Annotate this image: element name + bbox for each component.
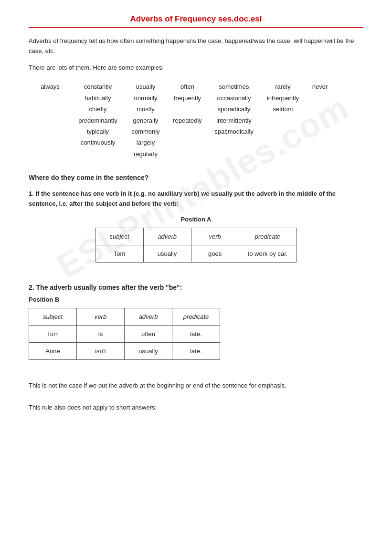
table-row: Tom is often late. (29, 325, 220, 342)
adverb-occasionally: occasionally (217, 93, 251, 104)
section-question: Where do they come in the sentence? (29, 174, 363, 181)
position-a-label: Position A (29, 216, 363, 223)
adverb-mostly: mostly (137, 104, 155, 115)
cell-predicate-work: to work by car. (239, 245, 297, 262)
cell-adverb-usually: usually (143, 245, 191, 262)
adverb-intermittently: intermittently (216, 115, 252, 126)
table-b-header-predicate: predicate (172, 308, 220, 325)
table-a-header-predicate: predicate (239, 228, 297, 245)
cell-verb-goes: goes (191, 245, 239, 262)
cell-b-adverb-usually: usually (125, 342, 172, 359)
adverb-repeatedly: repeatedly (173, 115, 202, 126)
cell-subject-tom: Tom (95, 245, 143, 262)
position-a-table: subject adverb verb predicate Tom usuall… (95, 228, 297, 263)
footer-text-1: This is not the case if we put the adver… (29, 381, 363, 391)
footer-text-2: This rule also does not apply to short a… (29, 403, 363, 413)
table-b-header-subject: subject (29, 308, 77, 325)
adverbs-section: always constantly habitually chiefly pre… (29, 81, 363, 159)
adverb-blank (187, 104, 189, 115)
rule2-text: 2. The adverb usually comes after the ve… (29, 284, 363, 291)
adverb-regularly: regularly (134, 148, 158, 159)
adverb-continuously: continuously (81, 137, 115, 148)
table-row: Tom usually goes to work by car. (95, 245, 297, 262)
table-a-header-subject: subject (95, 228, 143, 245)
adverb-constantly: constantly (84, 81, 112, 92)
cell-b-subject-tom: Tom (29, 325, 77, 342)
adverb-col-2: constantly habitually chiefly predominan… (72, 81, 124, 148)
adverb-typically: typically (87, 126, 109, 137)
adverb-never: never (312, 81, 328, 92)
adverb-largely: largely (137, 137, 155, 148)
intro-text: Adverbs of frequency tell us how often s… (29, 36, 363, 56)
adverb-col-6: rarely infrequently seldom (260, 81, 306, 115)
adverb-predominantly: predominantly (78, 115, 117, 126)
adverb-infrequently: infrequently (267, 93, 299, 104)
adverb-normally: normally (134, 93, 157, 104)
table-row: Anne isn't usually late. (29, 342, 220, 359)
adverb-seldom: seldom (273, 104, 293, 115)
adverb-generally: generally (133, 115, 159, 126)
adverb-col-1: always (29, 81, 72, 92)
adverb-col-7: never (306, 81, 334, 92)
adverb-frequently: frequently (174, 93, 201, 104)
table-a-header-verb: verb (191, 228, 239, 245)
examples-label: There are lots of them. Here are some ex… (29, 63, 363, 73)
adverb-always: always (41, 81, 60, 92)
cell-b-subject-anne: Anne (29, 342, 77, 359)
cell-b-predicate-late1: late. (172, 325, 220, 342)
adverb-col-5: sometimes occasionally sporadically inte… (208, 81, 260, 137)
cell-b-verb-is: is (77, 325, 125, 342)
position-b-table: subject verb adverb predicate Tom is oft… (29, 308, 220, 360)
cell-b-verb-isnt: isn't (77, 342, 125, 359)
cell-b-adverb-often: often (125, 325, 172, 342)
rule2-section: 2. The adverb usually comes after the ve… (29, 284, 363, 370)
adverb-col-4: often frequently repeatedly (167, 81, 208, 126)
cell-b-predicate-late2: late. (172, 342, 220, 359)
adverb-chiefly: chiefly (89, 104, 107, 115)
table-a-header-adverb: adverb (143, 228, 191, 245)
adverb-habitually: habitually (85, 93, 111, 104)
page-title: Adverbs of Frequency ses.doc.esl (29, 14, 363, 28)
adverb-often: often (180, 81, 194, 92)
adverb-sporadically: sporadically (218, 104, 251, 115)
table-b-header-verb: verb (77, 308, 125, 325)
adverb-usually: usually (136, 81, 155, 92)
position-b-label: Position B (29, 296, 363, 303)
adverb-spasmodically: spasmodically (214, 126, 254, 137)
table-b-header-adverb: adverb (125, 308, 172, 325)
adverb-rarely: rarely (275, 81, 291, 92)
adverb-sometimes: sometimes (219, 81, 249, 92)
rule1-text: 1. If the sentence has one verb in it (e… (29, 189, 363, 209)
adverb-col-3: usually normally mostly generally common… (124, 81, 167, 159)
adverb-commonly: commonly (131, 126, 159, 137)
